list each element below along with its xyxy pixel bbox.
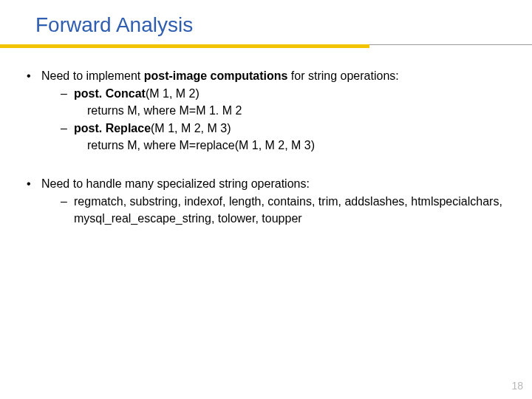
bullet1-lead: Need to implement bbox=[41, 69, 144, 82]
bullet1-tail: for string operations: bbox=[287, 69, 398, 82]
page-number: 18 bbox=[511, 380, 523, 392]
sub-ops-list: regmatch, substring, indexof, length, co… bbox=[61, 194, 502, 227]
concat-head: post. Concat bbox=[74, 87, 146, 100]
sub-concat: post. Concat(M 1, M 2) returns M, where … bbox=[61, 86, 502, 119]
bullet-specialized: Need to handle many specialized string o… bbox=[27, 176, 502, 227]
concat-args: (M 1, M 2) bbox=[146, 87, 200, 100]
bullet-post-image: Need to implement post-image computation… bbox=[27, 68, 502, 154]
title-divider bbox=[0, 44, 532, 49]
bullet2-lead: Need to handle many specialized string o… bbox=[41, 177, 310, 190]
concat-return: returns M, where M=M 1. M 2 bbox=[74, 103, 502, 119]
slide: Forward Analysis Need to implement post-… bbox=[0, 0, 532, 399]
replace-head: post. Replace bbox=[74, 122, 151, 134]
bullet1-emph: post-image computations bbox=[144, 69, 288, 82]
replace-return: returns M, where M=replace(M 1, M 2, M 3… bbox=[74, 137, 502, 154]
slide-title: Forward Analysis bbox=[0, 0, 532, 44]
divider-yellow bbox=[0, 44, 369, 48]
replace-args: (M 1, M 2, M 3) bbox=[151, 122, 231, 134]
slide-content: Need to implement post-image computation… bbox=[0, 68, 532, 227]
sub-replace: post. Replace(M 1, M 2, M 3) returns M, … bbox=[61, 120, 502, 154]
